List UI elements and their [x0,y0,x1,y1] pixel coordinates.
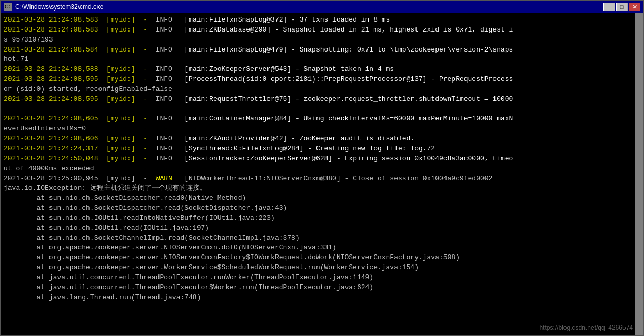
console-line: or (sid:0) started, reconfigEnabled=fals… [4,85,640,95]
console-line: everUsedIntervalMs=0 [4,124,640,134]
console-line: at java.util.concurrent.ThreadPoolExecut… [4,273,640,283]
console-line: 2021-03-28 21:24:08,606 [myid:] - INFO [… [4,134,640,144]
console-line: 2021-03-28 21:24:24,317 [myid:] - INFO [… [4,144,640,154]
maximize-button[interactable]: □ [616,3,628,11]
watermark: https://blog.csdn.net/qq_4266574 [540,324,633,331]
cmd-icon: C: [4,3,12,11]
close-button[interactable]: ✕ [629,3,640,11]
console-line: 2021-03-28 21:24:50,048 [myid:] - INFO [… [4,154,640,164]
console-line: hot.71 [4,55,640,65]
console-line: 2021-03-28 21:25:00,945 [myid:] - WARN [… [4,174,640,184]
console-line: ut of 40000ms exceeded [4,164,640,174]
console-line: at sun.nio.ch.SocketDispatcher.read(Sock… [4,203,640,213]
console-line: at sun.nio.ch.IOUtil.read(IOUtil.java:19… [4,223,640,233]
console-line: at sun.nio.ch.SocketDispatcher.read0(Nat… [4,194,640,203]
console-line: at org.apache.zookeeper.server.NIOServer… [4,243,640,253]
console-line: at sun.nio.ch.IOUtil.readIntoNativeBuffe… [4,213,640,223]
console-lines: 2021-03-28 21:24:08,583 [myid:] - INFO [… [4,15,640,302]
console-line: at java.util.concurrent.ThreadPoolExecut… [4,283,640,293]
title-bar: C: C:\Windows\system32\cmd.exe − □ ✕ [1,1,643,13]
console-line: at org.apache.zookeeper.server.NIOServer… [4,253,640,263]
cmd-window: C: C:\Windows\system32\cmd.exe − □ ✕ 202… [0,0,644,336]
console-line: java.io.IOException: 远程主机强迫关闭了一个现有的连接。 [4,184,640,194]
console-line: 2021-03-28 21:24:08,595 [myid:] - INFO [… [4,95,640,105]
console-line [4,105,640,115]
console-line: at sun.nio.ch.SocketChannelImpl.read(Soc… [4,233,640,243]
console-line: 2021-03-28 21:24:08,583 [myid:] - INFO [… [4,25,640,35]
window-title: C:\Windows\system32\cmd.exe [15,3,103,11]
console-line: 2021-03-28 21:24:08,583 [myid:] - INFO [… [4,15,640,25]
console-line: 2021-03-28 21:24:08,595 [myid:] - INFO [… [4,75,640,85]
console-line: s 9573107193 [4,35,640,45]
scrollbar[interactable] [635,13,643,335]
console-output: 2021-03-28 21:24:08,583 [myid:] - INFO [… [1,13,643,335]
console-line: at org.apache.zookeeper.server.WorkerSer… [4,263,640,273]
console-line: 2021-03-28 21:24:08,588 [myid:] - INFO [… [4,65,640,75]
console-line: 2021-03-28 21:24:08,605 [myid:] - INFO [… [4,114,640,124]
console-line: at java.lang.Thread.run(Thread.java:748) [4,293,640,303]
minimize-button[interactable]: − [603,3,615,11]
console-line: 2021-03-28 21:24:08,584 [myid:] - INFO [… [4,45,640,55]
title-buttons: − □ ✕ [603,3,640,11]
title-bar-left: C: C:\Windows\system32\cmd.exe [4,3,103,11]
